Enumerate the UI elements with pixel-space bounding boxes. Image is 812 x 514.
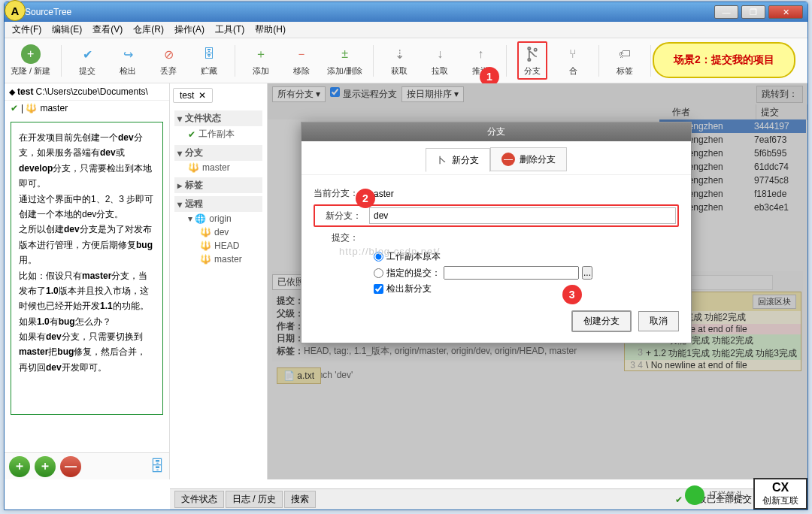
tree-workingcopy[interactable]: ✔工作副本	[174, 126, 262, 142]
cancel-button[interactable]: 取消	[638, 311, 679, 331]
dialog-title: 分支	[301, 122, 691, 141]
add-button[interactable]: ＋添加	[246, 44, 276, 77]
tag-button[interactable]: 🏷标签	[610, 44, 640, 77]
branch-button[interactable]: 分支	[517, 41, 547, 80]
settings-icon[interactable]: 🗄	[150, 458, 165, 475]
specified-commit-input[interactable]	[444, 266, 579, 280]
checkbox-checkout[interactable]: 检出新分支	[374, 281, 679, 297]
stash-button[interactable]: 🗄贮藏	[194, 44, 224, 77]
menu-action[interactable]: 操作(A)	[170, 22, 209, 38]
tree-branches[interactable]: ▾ 分支	[174, 145, 262, 161]
branch-dialog: 分支 新分支 —删除分支 当前分支：master 新分支： 2 提交： 工作副本…	[301, 122, 692, 343]
step-badge-2: 2	[356, 189, 375, 208]
logo-bitou: IT烂笔头	[685, 485, 744, 505]
tree-remote-head[interactable]: 🔱 HEAD	[174, 239, 262, 252]
menu-view[interactable]: 查看(V)	[88, 22, 127, 38]
repo-tab[interactable]: test✕	[173, 88, 213, 103]
tree-filestatus[interactable]: ▾ 文件状态	[174, 110, 262, 126]
callout-speech: 场景2：提交我的项目	[653, 42, 795, 78]
left-bottom-bar: ＋ ＋ — 🗄	[5, 452, 169, 479]
left-column: ◆ test C:\Users\zcube\Documents\ ✔ | 🔱 m…	[5, 83, 170, 479]
discard-button[interactable]: ⊘丢弃	[153, 44, 183, 77]
close-tab-icon[interactable]: ✕	[198, 90, 206, 101]
tree-remotes[interactable]: ▾ 远程	[174, 196, 262, 212]
commit-button[interactable]: ✔提交	[72, 44, 102, 77]
clone-button[interactable]: +克隆 / 新建	[11, 44, 50, 77]
addremove-button[interactable]: ±添加/删除	[327, 44, 362, 77]
menu-tool[interactable]: 工具(T)	[211, 22, 249, 38]
tree-tags[interactable]: ▸ 标签	[174, 177, 262, 193]
browse-commit-button[interactable]: ...	[582, 266, 592, 280]
annotation-marker-a: A	[5, 0, 26, 21]
step-badge-3: 3	[562, 285, 582, 304]
merge-button[interactable]: ⑂合	[558, 44, 588, 77]
menu-edit[interactable]: 编辑(E)	[47, 22, 86, 38]
fetch-button[interactable]: ⇣获取	[384, 44, 414, 77]
pull-button[interactable]: ↓拉取	[425, 44, 455, 77]
current-branch: ✔ | 🔱 master	[5, 101, 169, 116]
tree-master[interactable]: 🔱 master	[174, 161, 262, 174]
close-button[interactable]: ✕	[768, 5, 803, 19]
instruction-note: 在开发项目前先创建一个dev分支，如果服务器端有dev或develop分支，只需…	[11, 122, 163, 415]
menu-file[interactable]: 文件(F)	[8, 22, 46, 38]
add-db-button[interactable]: ＋	[9, 456, 30, 477]
repo-path: ◆ test C:\Users\zcube\Documents\	[5, 83, 169, 101]
statustab-history[interactable]: 日志 / 历史	[226, 491, 283, 508]
menu-help[interactable]: 帮助(H)	[250, 22, 290, 38]
statustab-search[interactable]: 搜索	[284, 491, 316, 508]
tab-delete-branch[interactable]: —删除分支	[490, 147, 567, 171]
statustab-file[interactable]: 文件状态	[174, 491, 224, 508]
titlebar: 🌳 SourceTree — ❐ ✕	[5, 2, 807, 22]
remove-repo-button[interactable]: —	[60, 456, 81, 477]
remove-button[interactable]: －移除	[286, 44, 317, 77]
watermark: http://blog.csdn.net/	[339, 246, 440, 257]
minimize-button[interactable]: —	[714, 5, 738, 19]
new-branch-input[interactable]	[369, 207, 676, 224]
add-folder-button[interactable]: ＋	[35, 456, 56, 477]
tree-remote-dev[interactable]: 🔱 dev	[174, 225, 262, 239]
logo-cxhl: CX创新互联	[753, 478, 807, 509]
menubar: 文件(F) 编辑(E) 查看(V) 仓库(R) 操作(A) 工具(T) 帮助(H…	[5, 22, 807, 38]
create-branch-button[interactable]: 创建分支	[571, 310, 632, 332]
window-title: SourceTree	[25, 7, 71, 17]
tree-origin[interactable]: ▾ 🌐 origin	[174, 212, 262, 225]
menu-repo[interactable]: 仓库(R)	[129, 22, 168, 38]
checkout-button[interactable]: ↪检出	[113, 44, 143, 77]
tab-new-branch[interactable]: 新分支	[426, 148, 490, 172]
sidebar-tree: test✕ ▾ 文件状态 ✔工作副本 ▾ 分支 🔱 master ▸ 标签 ▾ …	[170, 83, 268, 479]
radio-specified[interactable]: 指定的提交： ...	[374, 265, 679, 281]
maximize-button[interactable]: ❐	[741, 5, 765, 19]
tree-remote-master[interactable]: 🔱 master	[174, 252, 262, 266]
